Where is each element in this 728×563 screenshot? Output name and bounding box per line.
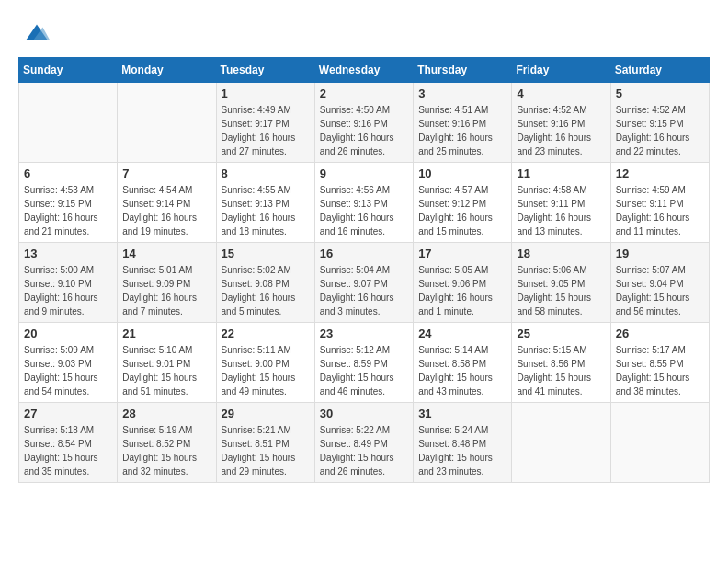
day-content: Sunrise: 5:18 AM Sunset: 8:54 PM Dayligh… [24,423,112,478]
day-content: Sunrise: 5:17 AM Sunset: 8:55 PM Dayligh… [616,343,704,398]
calendar-cell [19,83,118,163]
calendar-cell: 31Sunrise: 5:24 AM Sunset: 8:48 PM Dayli… [414,403,512,483]
calendar-cell: 18Sunrise: 5:06 AM Sunset: 9:05 PM Dayli… [512,243,610,323]
day-content: Sunrise: 4:54 AM Sunset: 9:14 PM Dayligh… [122,183,210,238]
calendar-cell: 6Sunrise: 4:53 AM Sunset: 9:15 PM Daylig… [19,163,118,243]
day-content: Sunrise: 5:01 AM Sunset: 9:09 PM Dayligh… [122,263,210,318]
day-number: 2 [320,86,408,100]
day-number: 8 [222,167,310,180]
day-number: 3 [418,86,506,100]
calendar-cell: 30Sunrise: 5:22 AM Sunset: 8:49 PM Dayli… [314,403,413,483]
calendar-week-5: 27Sunrise: 5:18 AM Sunset: 8:54 PM Dayli… [19,403,710,483]
calendar-cell: 9Sunrise: 4:56 AM Sunset: 9:13 PM Daylig… [314,163,413,243]
day-content: Sunrise: 4:52 AM Sunset: 9:15 PM Dayligh… [616,103,704,158]
day-number: 27 [24,407,112,420]
day-number: 30 [320,407,408,420]
day-content: Sunrise: 5:00 AM Sunset: 9:10 PM Dayligh… [24,263,112,318]
day-number: 10 [418,167,506,180]
calendar-cell: 28Sunrise: 5:19 AM Sunset: 8:52 PM Dayli… [118,403,216,483]
day-number: 6 [24,167,112,180]
calendar-cell: 19Sunrise: 5:07 AM Sunset: 9:04 PM Dayli… [610,243,709,323]
day-number: 5 [616,86,704,100]
weekday-header-friday: Friday [512,58,610,83]
day-content: Sunrise: 5:19 AM Sunset: 8:52 PM Dayligh… [122,423,210,478]
day-number: 13 [24,247,112,260]
day-number: 29 [222,407,310,420]
day-content: Sunrise: 5:14 AM Sunset: 8:58 PM Dayligh… [418,343,506,398]
day-content: Sunrise: 4:50 AM Sunset: 9:16 PM Dayligh… [320,103,408,158]
day-number: 19 [616,247,704,260]
calendar-header: SundayMondayTuesdayWednesdayThursdayFrid… [19,58,710,83]
day-content: Sunrise: 4:51 AM Sunset: 9:16 PM Dayligh… [418,103,506,158]
weekday-header-sunday: Sunday [19,58,118,83]
day-number: 26 [616,327,704,340]
day-content: Sunrise: 5:06 AM Sunset: 9:05 PM Dayligh… [517,263,605,318]
calendar-cell: 23Sunrise: 5:12 AM Sunset: 8:59 PM Dayli… [314,323,413,403]
day-content: Sunrise: 4:49 AM Sunset: 9:17 PM Dayligh… [222,103,310,158]
day-content: Sunrise: 5:02 AM Sunset: 9:08 PM Dayligh… [222,263,310,318]
day-content: Sunrise: 4:55 AM Sunset: 9:13 PM Dayligh… [222,183,310,238]
day-number: 18 [517,247,605,260]
calendar-cell: 16Sunrise: 5:04 AM Sunset: 9:07 PM Dayli… [314,243,413,323]
day-content: Sunrise: 5:10 AM Sunset: 9:01 PM Dayligh… [122,343,210,398]
day-number: 20 [24,327,112,340]
weekday-header-monday: Monday [118,58,216,83]
calendar-cell: 10Sunrise: 4:57 AM Sunset: 9:12 PM Dayli… [414,163,512,243]
calendar-cell: 22Sunrise: 5:11 AM Sunset: 9:00 PM Dayli… [216,323,314,403]
calendar-cell: 26Sunrise: 5:17 AM Sunset: 8:55 PM Dayli… [610,323,709,403]
day-content: Sunrise: 4:58 AM Sunset: 9:11 PM Dayligh… [517,183,605,238]
day-content: Sunrise: 5:05 AM Sunset: 9:06 PM Dayligh… [418,263,506,318]
day-number: 4 [517,86,605,100]
day-content: Sunrise: 4:59 AM Sunset: 9:11 PM Dayligh… [616,183,704,238]
day-number: 24 [418,327,506,340]
calendar-cell: 12Sunrise: 4:59 AM Sunset: 9:11 PM Dayli… [610,163,709,243]
calendar-cell: 5Sunrise: 4:52 AM Sunset: 9:15 PM Daylig… [610,83,709,163]
day-content: Sunrise: 5:12 AM Sunset: 8:59 PM Dayligh… [320,343,408,398]
calendar-cell: 17Sunrise: 5:05 AM Sunset: 9:06 PM Dayli… [414,243,512,323]
calendar-cell [610,403,709,483]
day-content: Sunrise: 4:52 AM Sunset: 9:16 PM Dayligh… [517,103,605,158]
day-number: 16 [320,247,408,260]
day-content: Sunrise: 4:56 AM Sunset: 9:13 PM Dayligh… [320,183,408,238]
calendar-cell: 13Sunrise: 5:00 AM Sunset: 9:10 PM Dayli… [19,243,118,323]
weekday-header-saturday: Saturday [610,58,709,83]
calendar-cell [118,83,216,163]
calendar-cell: 24Sunrise: 5:14 AM Sunset: 8:58 PM Dayli… [414,323,512,403]
calendar-week-3: 13Sunrise: 5:00 AM Sunset: 9:10 PM Dayli… [19,243,710,323]
day-number: 9 [320,167,408,180]
day-content: Sunrise: 5:09 AM Sunset: 9:03 PM Dayligh… [24,343,112,398]
weekday-header-thursday: Thursday [414,58,512,83]
calendar-week-4: 20Sunrise: 5:09 AM Sunset: 9:03 PM Dayli… [19,323,710,403]
calendar-cell: 21Sunrise: 5:10 AM Sunset: 9:01 PM Dayli… [118,323,216,403]
calendar-week-1: 1Sunrise: 4:49 AM Sunset: 9:17 PM Daylig… [19,83,710,163]
day-content: Sunrise: 5:22 AM Sunset: 8:49 PM Dayligh… [320,423,408,478]
calendar-cell: 4Sunrise: 4:52 AM Sunset: 9:16 PM Daylig… [512,83,610,163]
weekday-header-wednesday: Wednesday [314,58,413,83]
logo [18,18,51,48]
calendar-cell: 15Sunrise: 5:02 AM Sunset: 9:08 PM Dayli… [216,243,314,323]
calendar-cell: 1Sunrise: 4:49 AM Sunset: 9:17 PM Daylig… [216,83,314,163]
calendar-cell: 3Sunrise: 4:51 AM Sunset: 9:16 PM Daylig… [414,83,512,163]
day-content: Sunrise: 4:57 AM Sunset: 9:12 PM Dayligh… [418,183,506,238]
day-content: Sunrise: 4:53 AM Sunset: 9:15 PM Dayligh… [24,183,112,238]
calendar-cell: 14Sunrise: 5:01 AM Sunset: 9:09 PM Dayli… [118,243,216,323]
day-number: 31 [418,407,506,420]
day-content: Sunrise: 5:11 AM Sunset: 9:00 PM Dayligh… [222,343,310,398]
day-number: 15 [222,247,310,260]
day-number: 7 [122,167,210,180]
calendar-cell: 8Sunrise: 4:55 AM Sunset: 9:13 PM Daylig… [216,163,314,243]
calendar-body: 1Sunrise: 4:49 AM Sunset: 9:17 PM Daylig… [19,83,710,483]
day-content: Sunrise: 5:21 AM Sunset: 8:51 PM Dayligh… [222,423,310,478]
day-content: Sunrise: 5:07 AM Sunset: 9:04 PM Dayligh… [616,263,704,318]
day-number: 11 [517,167,605,180]
calendar-cell: 25Sunrise: 5:15 AM Sunset: 8:56 PM Dayli… [512,323,610,403]
calendar-cell [512,403,610,483]
day-number: 14 [122,247,210,260]
day-number: 12 [616,167,704,180]
calendar-cell: 27Sunrise: 5:18 AM Sunset: 8:54 PM Dayli… [19,403,118,483]
day-content: Sunrise: 5:24 AM Sunset: 8:48 PM Dayligh… [418,423,506,478]
day-number: 17 [418,247,506,260]
calendar-cell: 11Sunrise: 4:58 AM Sunset: 9:11 PM Dayli… [512,163,610,243]
day-number: 28 [122,407,210,420]
calendar-cell: 7Sunrise: 4:54 AM Sunset: 9:14 PM Daylig… [118,163,216,243]
